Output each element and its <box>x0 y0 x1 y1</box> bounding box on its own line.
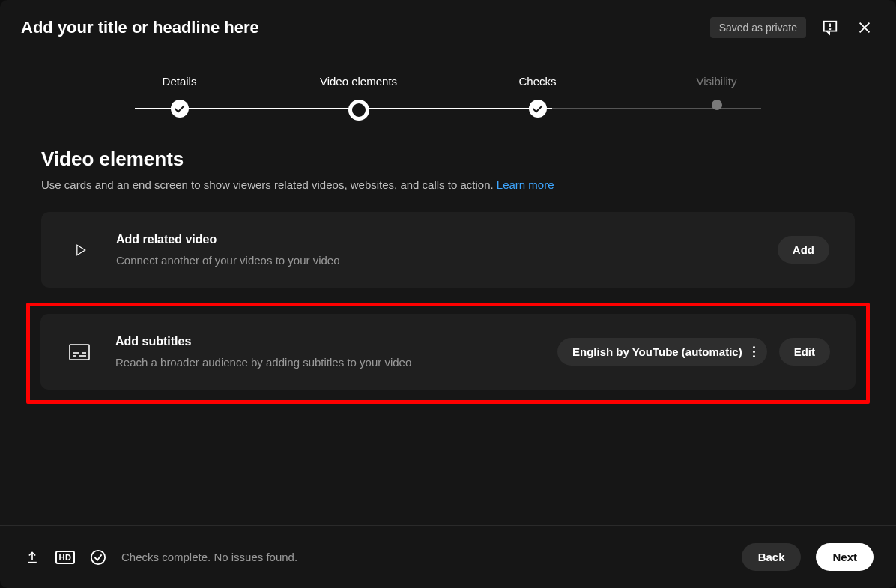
dialog-footer: HD Checks complete. No issues found. Bac… <box>0 525 896 588</box>
step-label: Visibility <box>697 75 737 88</box>
step-checks[interactable]: Checks <box>448 75 627 118</box>
check-circle-icon <box>88 548 108 567</box>
main-content: Video elements Use cards and an end scre… <box>0 121 896 525</box>
highlight-annotation: Add subtitles Reach a broader audience b… <box>26 303 870 404</box>
subtitles-icon <box>66 344 93 360</box>
svg-point-2 <box>830 28 831 29</box>
step-details[interactable]: Details <box>90 75 269 118</box>
card-title: Add related video <box>116 233 755 246</box>
svg-marker-5 <box>77 245 85 255</box>
svg-rect-6 <box>70 345 89 360</box>
card-related-video: Add related video Connect another of you… <box>41 212 855 288</box>
card-title: Add subtitles <box>115 335 535 348</box>
upload-icon[interactable] <box>22 548 42 567</box>
stepper: Details Video elements Checks Visibility <box>0 55 896 121</box>
subtitle-language-label: English by YouTube (automatic) <box>572 345 742 358</box>
step-label: Checks <box>518 75 556 88</box>
upload-dialog: Add your title or headline here Saved as… <box>0 0 896 588</box>
step-node-current-icon <box>348 100 369 121</box>
step-node-check-icon <box>171 100 189 118</box>
card-description: Connect another of your videos to your v… <box>116 254 755 267</box>
step-label: Video elements <box>320 75 397 88</box>
step-node-check-icon <box>529 100 547 118</box>
learn-more-link[interactable]: Learn more <box>497 178 554 191</box>
section-title: Video elements <box>41 148 855 171</box>
saved-status-chip: Saved as private <box>710 17 806 38</box>
step-label: Details <box>163 75 197 88</box>
step-node-inactive-icon <box>712 100 722 110</box>
edit-button[interactable]: Edit <box>779 338 830 366</box>
add-button[interactable]: Add <box>778 236 829 264</box>
more-options-icon[interactable] <box>751 346 757 357</box>
svg-point-13 <box>91 550 105 563</box>
play-outline-icon <box>67 243 94 258</box>
checks-status-text: Checks complete. No issues found. <box>121 551 297 563</box>
step-video-elements[interactable]: Video elements <box>269 75 448 121</box>
dialog-title: Add your title or headline here <box>21 18 259 37</box>
card-add-subtitles: Add subtitles Reach a broader audience b… <box>40 314 856 390</box>
next-button[interactable]: Next <box>816 543 874 571</box>
hd-icon: HD <box>55 548 75 567</box>
header-actions: Saved as private <box>710 17 875 38</box>
dialog-header: Add your title or headline here Saved as… <box>0 0 896 55</box>
close-icon[interactable] <box>854 17 875 38</box>
section-description: Use cards and an end screen to show view… <box>41 178 855 191</box>
step-visibility[interactable]: Visibility <box>627 75 806 110</box>
back-button[interactable]: Back <box>742 543 802 571</box>
subtitle-language-chip[interactable]: English by YouTube (automatic) <box>557 338 767 366</box>
footer-status-area: HD Checks complete. No issues found. <box>22 548 297 567</box>
card-description: Reach a broader audience by adding subti… <box>115 356 535 369</box>
section-description-text: Use cards and an end screen to show view… <box>41 178 497 191</box>
feedback-icon[interactable] <box>820 17 841 38</box>
